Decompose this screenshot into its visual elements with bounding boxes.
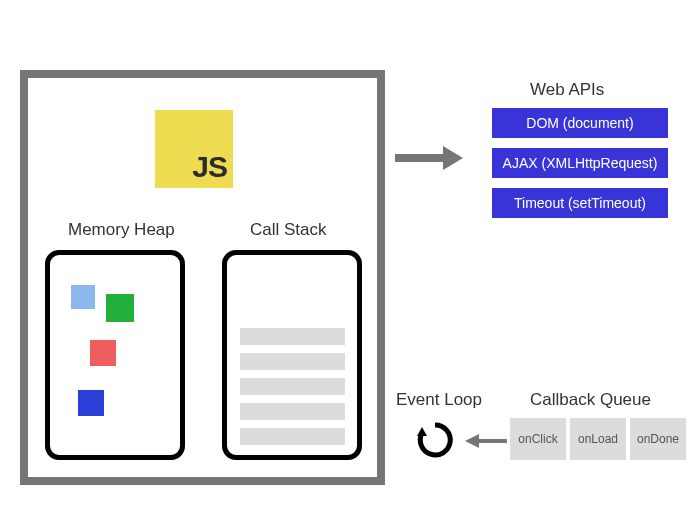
loop-icon: [415, 420, 455, 460]
arrow-left-icon: [465, 433, 507, 449]
stack-frame: [240, 328, 345, 345]
web-api-item: Timeout (setTimeout): [492, 188, 668, 218]
call-stack-label: Call Stack: [250, 220, 327, 240]
js-logo: JS: [155, 110, 233, 188]
event-loop-label: Event Loop: [396, 390, 482, 410]
web-api-item: AJAX (XMLHttpRequest): [492, 148, 668, 178]
call-stack-box: [222, 250, 362, 460]
heap-object: [106, 294, 134, 322]
memory-heap-label: Memory Heap: [68, 220, 175, 240]
callback-queue-row: onClick onLoad onDone: [510, 418, 686, 460]
stack-frame: [240, 403, 345, 420]
callback-item: onClick: [510, 418, 566, 460]
web-apis-title: Web APIs: [530, 80, 604, 100]
web-api-item: DOM (document): [492, 108, 668, 138]
heap-object: [78, 390, 104, 416]
callback-queue-label: Callback Queue: [530, 390, 651, 410]
callback-item: onDone: [630, 418, 686, 460]
arrow-right-icon: [395, 148, 465, 168]
js-logo-text: JS: [192, 150, 227, 184]
stack-frame: [240, 378, 345, 395]
memory-heap-box: [45, 250, 185, 460]
heap-object: [90, 340, 116, 366]
svg-marker-0: [417, 427, 427, 436]
heap-object: [71, 285, 95, 309]
stack-frame: [240, 353, 345, 370]
callback-item: onLoad: [570, 418, 626, 460]
stack-frame: [240, 428, 345, 445]
